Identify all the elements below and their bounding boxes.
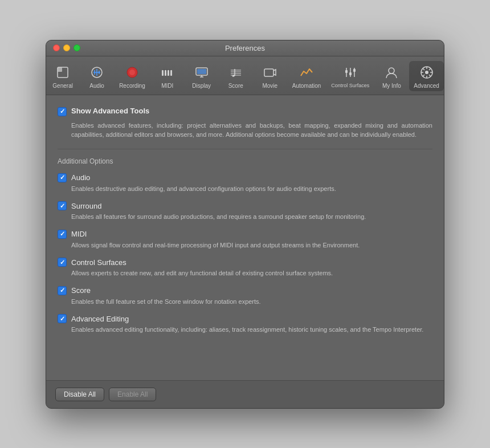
disable-all-button[interactable]: Disable All bbox=[55, 388, 104, 401]
option-advanced-editing-row: ✓ Advanced Editing bbox=[58, 314, 432, 323]
additional-options-section: Additional Options ✓ Audio Enables destr… bbox=[58, 157, 432, 335]
svg-rect-14 bbox=[166, 69, 168, 73]
svg-line-42 bbox=[429, 68, 431, 70]
recording-label: Recording bbox=[119, 83, 145, 89]
show-advanced-title: Show Advanced Tools bbox=[71, 107, 149, 115]
option-control-surfaces: ✓ Control Surfaces Allows experts to cre… bbox=[58, 258, 432, 278]
general-icon bbox=[54, 63, 72, 82]
option-control-surfaces-row: ✓ Control Surfaces bbox=[58, 258, 432, 267]
toolbar-item-midi[interactable]: MIDI bbox=[151, 61, 184, 91]
advanced-editing-checkbox[interactable]: ✓ bbox=[58, 314, 67, 323]
option-midi-row: ✓ MIDI bbox=[58, 230, 432, 239]
svg-point-33 bbox=[389, 68, 394, 74]
recording-icon bbox=[123, 63, 141, 82]
titlebar: Preferences bbox=[46, 40, 444, 56]
audio-option-desc: Enables destructive audio editing, and a… bbox=[71, 184, 432, 194]
my-info-icon bbox=[382, 63, 401, 82]
score-checkbox[interactable]: ✓ bbox=[58, 286, 67, 295]
control-surfaces-checkbox[interactable]: ✓ bbox=[58, 258, 67, 267]
option-score: ✓ Score Enables the full feature set of … bbox=[58, 286, 432, 307]
option-surround-row: ✓ Surround bbox=[58, 201, 432, 210]
minimize-button[interactable] bbox=[63, 44, 70, 51]
svg-point-35 bbox=[425, 71, 428, 74]
audio-icon bbox=[88, 63, 106, 82]
svg-rect-10 bbox=[165, 70, 166, 76]
checkmark: ✓ bbox=[60, 231, 65, 237]
svg-rect-12 bbox=[170, 70, 172, 76]
display-icon bbox=[193, 63, 211, 82]
general-label: General bbox=[52, 83, 73, 89]
svg-rect-9 bbox=[162, 70, 164, 76]
show-advanced-row: ✓ Show Advanced Tools bbox=[58, 107, 432, 116]
midi-option-desc: Allows signal flow control and real-time… bbox=[71, 241, 432, 250]
midi-option-title: MIDI bbox=[71, 230, 87, 238]
toolbar-item-audio[interactable]: Audio bbox=[80, 61, 113, 91]
content-area: ✓ Show Advanced Tools Enables advanced f… bbox=[46, 95, 444, 380]
svg-rect-32 bbox=[353, 69, 356, 72]
surround-option-desc: Enables all features for surround audio … bbox=[71, 212, 432, 222]
svg-rect-31 bbox=[349, 72, 352, 75]
additional-options-title: Additional Options bbox=[58, 157, 432, 165]
my-info-label: My Info bbox=[382, 83, 401, 89]
advanced-label: Advanced bbox=[414, 83, 439, 89]
toolbar-item-my-info[interactable]: My Info bbox=[375, 61, 408, 91]
toolbar: General Audio Rec bbox=[46, 56, 444, 95]
toolbar-item-advanced[interactable]: Advanced bbox=[409, 61, 443, 91]
maximize-button[interactable] bbox=[74, 44, 80, 51]
checkmark: ✓ bbox=[60, 259, 65, 266]
score-option-title: Score bbox=[71, 286, 91, 295]
toolbar-item-recording[interactable]: Recording bbox=[115, 61, 150, 91]
audio-option-title: Audio bbox=[71, 173, 90, 182]
svg-rect-30 bbox=[345, 70, 348, 73]
advanced-editing-option-title: Advanced Editing bbox=[71, 315, 129, 323]
section-divider bbox=[58, 149, 432, 149]
control-surfaces-option-desc: Allows experts to create new, and edit a… bbox=[71, 268, 432, 278]
preferences-window: Preferences General bbox=[46, 40, 444, 409]
bottom-bar: Disable All Enable All bbox=[46, 380, 444, 408]
score-label: Score bbox=[228, 83, 243, 89]
score-option-desc: Enables the full feature set of the Scor… bbox=[71, 297, 432, 307]
control-surfaces-icon bbox=[341, 63, 360, 82]
svg-rect-19 bbox=[197, 69, 206, 74]
score-icon bbox=[227, 63, 245, 82]
option-audio-row: ✓ Audio bbox=[58, 173, 432, 182]
audio-checkbox[interactable]: ✓ bbox=[58, 173, 67, 182]
svg-point-8 bbox=[129, 70, 135, 75]
option-surround: ✓ Surround Enables all features for surr… bbox=[58, 201, 432, 222]
toolbar-item-control-surfaces[interactable]: Control Surfaces bbox=[326, 61, 374, 91]
option-score-row: ✓ Score bbox=[58, 286, 432, 295]
automation-label: Automation bbox=[292, 83, 321, 89]
traffic-lights bbox=[53, 44, 80, 51]
movie-label: Movie bbox=[262, 83, 277, 89]
svg-line-40 bbox=[423, 68, 424, 70]
show-advanced-section: ✓ Show Advanced Tools Enables advanced f… bbox=[58, 107, 432, 140]
toolbar-item-general[interactable]: General bbox=[46, 61, 79, 91]
checkmark: ✓ bbox=[60, 108, 65, 115]
svg-rect-15 bbox=[169, 69, 170, 73]
svg-rect-11 bbox=[168, 70, 169, 76]
display-label: Display bbox=[192, 83, 211, 89]
enable-all-button[interactable]: Enable All bbox=[109, 388, 156, 401]
svg-rect-13 bbox=[164, 69, 165, 73]
automation-icon bbox=[297, 63, 316, 82]
audio-label: Audio bbox=[89, 83, 104, 89]
movie-icon bbox=[261, 63, 279, 82]
advanced-icon bbox=[418, 63, 436, 82]
toolbar-item-movie[interactable]: Movie bbox=[254, 61, 287, 91]
close-button[interactable] bbox=[53, 44, 60, 51]
toolbar-item-score[interactable]: Score bbox=[219, 61, 252, 91]
show-advanced-description: Enables advanced features, including: pr… bbox=[71, 121, 432, 140]
control-surfaces-label: Control Surfaces bbox=[331, 83, 369, 88]
midi-checkbox[interactable]: ✓ bbox=[58, 230, 67, 239]
option-advanced-editing: ✓ Advanced Editing Enables advanced edit… bbox=[58, 314, 432, 335]
svg-line-41 bbox=[429, 75, 431, 76]
surround-checkbox[interactable]: ✓ bbox=[58, 201, 67, 210]
toolbar-item-automation[interactable]: Automation bbox=[288, 61, 326, 91]
show-advanced-checkbox[interactable]: ✓ bbox=[58, 107, 67, 116]
toolbar-item-display[interactable]: Display bbox=[185, 61, 218, 91]
svg-line-43 bbox=[423, 75, 424, 76]
midi-label: MIDI bbox=[161, 83, 173, 89]
checkmark: ✓ bbox=[60, 203, 65, 209]
midi-icon bbox=[158, 63, 177, 82]
checkmark: ✓ bbox=[60, 174, 65, 181]
